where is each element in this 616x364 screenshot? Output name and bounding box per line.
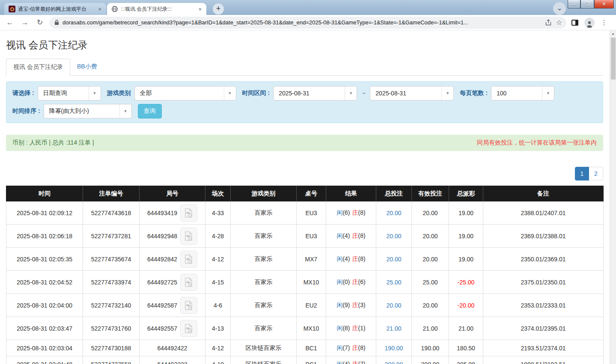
video-replay-button[interactable] <box>180 204 197 222</box>
browser-tab-1[interactable]: 通宝-信誉最好的网上游戏平台 × <box>4 3 106 15</box>
table-row: 2025-08-31 02:06:18 522774737281 6444929… <box>6 225 604 248</box>
caret-down-icon: ▼ <box>89 86 101 100</box>
total-bet-link[interactable]: 20.00 <box>386 256 401 263</box>
toolbar-right: ⋮ <box>571 18 607 28</box>
video-replay-button[interactable] <box>180 251 197 268</box>
result-player-label: 闲 <box>336 344 342 351</box>
result-player-score: (0) <box>342 278 350 285</box>
cell-session: 4-10 <box>205 356 231 364</box>
tab-close-icon[interactable]: × <box>97 6 103 12</box>
caret-down-icon: ▼ <box>441 86 453 100</box>
total-bet-link[interactable]: 20.00 <box>386 302 401 309</box>
date-end-dropdown[interactable]: 2025-08-31 ▼ <box>370 86 454 101</box>
share-icon[interactable] <box>545 19 552 26</box>
result-banker-score: (7) <box>358 361 366 364</box>
total-bet-link[interactable]: 300.00 <box>385 361 403 364</box>
video-replay-button[interactable] <box>180 297 197 314</box>
header-time: 时间 <box>6 186 83 201</box>
select-type-dropdown[interactable]: 日期查询 ▼ <box>38 86 101 101</box>
total-bet-link[interactable]: 21.00 <box>386 325 401 332</box>
result-player-score: (4) <box>342 255 350 262</box>
cell-game-type: 百家乐 <box>231 317 297 340</box>
scroll-up-icon[interactable]: ▲ <box>610 30 616 37</box>
profile-avatar[interactable] <box>584 18 595 28</box>
tab-search-chevron-icon[interactable]: ⌄ <box>553 2 566 15</box>
video-replay-button[interactable] <box>180 274 197 291</box>
result-player-label: 闲 <box>336 278 342 285</box>
bookmark-star-icon[interactable]: ☆ <box>556 18 562 27</box>
page-button-2[interactable]: 2 <box>589 167 603 181</box>
result-player-score: (7) <box>342 344 350 351</box>
video-file-icon <box>184 231 194 241</box>
side-panel-icon[interactable] <box>571 20 578 26</box>
video-replay-button[interactable] <box>180 228 197 245</box>
site-favicon-icon <box>9 6 15 12</box>
restore-button[interactable]: ❐ <box>580 0 594 9</box>
menu-icon[interactable]: ⋮ <box>601 18 607 27</box>
date-start-dropdown[interactable]: 2025-08-31 ▼ <box>273 86 357 101</box>
date-start-value: 2025-08-31 <box>274 90 345 97</box>
cell-valid-bet: 21.00 <box>412 317 449 340</box>
minimize-button[interactable]: — <box>568 0 580 9</box>
tab-bet-records[interactable]: 视讯 会员下注纪录 <box>6 59 70 76</box>
caret-down-icon: ▼ <box>119 104 131 118</box>
close-button[interactable]: ✕ <box>594 0 614 9</box>
header-session: 场次 <box>205 186 231 201</box>
cell-time: 2025-08-31 02:01:48 <box>6 356 83 364</box>
table-row: 2025-08-31 02:03:47 522774731760 6444925… <box>6 317 604 340</box>
cell-bet-id: 522774737281 <box>83 225 140 248</box>
cell-result: 闲(8)庄(1) <box>326 317 376 340</box>
tab-close-icon[interactable]: × <box>197 6 203 12</box>
header-payout: 总派彩 <box>449 186 483 201</box>
result-banker-label: 庄 <box>352 278 358 285</box>
cell-table-no: BC1 <box>297 356 326 364</box>
total-bet-link[interactable]: 190.00 <box>385 345 403 352</box>
page-size-dropdown[interactable]: 100 ▼ <box>491 86 554 101</box>
summary-bar: 币别 : 人民币 | 总共 :114 注单 | 同局有效投注，统一计算在该局第一… <box>6 135 603 151</box>
query-button[interactable]: 查询 <box>138 104 162 118</box>
cell-time: 2025-08-31 02:05:35 <box>6 248 83 271</box>
round-id-text: 644493419 <box>147 210 177 216</box>
result-player-label: 闲 <box>336 302 342 308</box>
browser-tab-2[interactable]: :::视讯 会员下注纪录::: × <box>107 3 206 15</box>
bet-records-table: 时间 注单编号 局号 场次 游戏类别 桌号 结果 总投注 有效投注 总派彩 备注… <box>6 186 604 364</box>
new-tab-button[interactable]: + <box>213 3 224 15</box>
cell-remark: 2375.01/2350.01 <box>483 271 604 294</box>
total-bet-link[interactable]: 20.00 <box>386 233 401 240</box>
cell-session: 4-33 <box>205 201 231 225</box>
cell-valid-bet: 25.00 <box>412 271 449 294</box>
page-scrollbar[interactable]: ▲ <box>610 30 616 364</box>
reload-icon[interactable]: ↻ <box>35 18 45 27</box>
cell-result: 闲(4)庄(7) <box>326 356 376 364</box>
total-bet-link[interactable]: 20.00 <box>386 210 401 216</box>
back-icon[interactable]: ← <box>5 18 15 27</box>
sort-dropdown[interactable]: 降幂(由大到小) ▼ <box>44 104 132 118</box>
result-banker-score: (6) <box>358 278 366 285</box>
forward-icon[interactable]: → <box>20 18 30 27</box>
cell-round-id: 644492725 <box>140 271 205 294</box>
cell-session: 4-13 <box>205 317 231 340</box>
result-player-score: (4) <box>342 361 350 364</box>
page-content: 视讯 会员下注纪录 视讯 会员下注纪录 BB小费 请选择 : 日期查询 ▼ 游戏… <box>0 30 610 364</box>
cell-time: 2025-08-31 02:03:47 <box>6 317 83 340</box>
page-button-1[interactable]: 1 <box>575 167 589 181</box>
cell-remark: 2353.01/2333.01 <box>483 294 604 317</box>
cell-bet-id: 522774735674 <box>83 248 140 271</box>
cell-game-type: 区块链百家乐 <box>231 340 297 356</box>
result-banker-label: 庄 <box>352 302 358 308</box>
total-bet-link[interactable]: 25.00 <box>386 279 401 286</box>
page-size-value: 100 <box>491 90 542 97</box>
video-file-icon <box>184 254 194 264</box>
result-banker-label: 庄 <box>352 361 358 364</box>
video-replay-button[interactable] <box>180 320 197 337</box>
address-bar[interactable]: dorasabs.com/game/betrecord_search/kind3… <box>49 17 566 29</box>
cell-game-type: 百家乐 <box>231 225 297 248</box>
currency-total-text: 币别 : 人民币 | 总共 :114 注单 | <box>12 139 94 147</box>
date-range-label: 时间区间 : <box>242 89 270 97</box>
scrollbar-thumb[interactable] <box>611 38 616 80</box>
result-player-label: 闲 <box>336 361 342 364</box>
game-type-dropdown[interactable]: 全部 ▼ <box>134 86 236 101</box>
tab-bb-tip[interactable]: BB小费 <box>70 59 104 76</box>
result-banker-label: 庄 <box>352 209 358 216</box>
header-round-id: 局号 <box>140 186 205 201</box>
